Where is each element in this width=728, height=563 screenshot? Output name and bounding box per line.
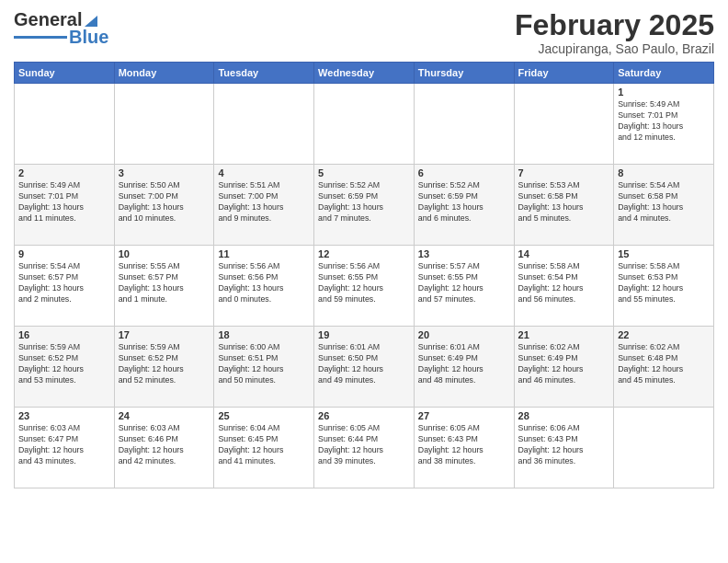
day-info: Sunrise: 5:53 AMSunset: 6:58 PMDaylight:… — [518, 180, 610, 224]
table-row: 6Sunrise: 5:52 AMSunset: 6:59 PMDaylight… — [414, 165, 514, 246]
day-number: 13 — [418, 248, 510, 259]
table-row: 1Sunrise: 5:49 AMSunset: 7:01 PMDaylight… — [614, 84, 714, 165]
table-row: 4Sunrise: 5:51 AMSunset: 7:00 PMDaylight… — [214, 165, 314, 246]
svg-marker-0 — [85, 16, 97, 27]
logo-blue: Blue — [69, 27, 108, 48]
day-info: Sunrise: 6:05 AMSunset: 6:44 PMDaylight:… — [318, 423, 410, 467]
day-number: 26 — [318, 410, 410, 421]
table-row — [114, 84, 214, 165]
day-info: Sunrise: 5:54 AMSunset: 6:58 PMDaylight:… — [618, 180, 710, 224]
day-info: Sunrise: 5:54 AMSunset: 6:57 PMDaylight:… — [18, 261, 110, 305]
table-row: 27Sunrise: 6:05 AMSunset: 6:43 PMDayligh… — [414, 408, 514, 488]
day-number: 3 — [119, 167, 210, 178]
col-friday: Friday — [514, 63, 614, 84]
table-row — [314, 84, 415, 165]
title-block: February 2025 Jacupiranga, Sao Paulo, Br… — [515, 9, 714, 56]
day-number: 21 — [518, 329, 610, 340]
day-number: 1 — [618, 86, 710, 98]
table-row: 12Sunrise: 5:56 AMSunset: 6:55 PMDayligh… — [314, 246, 415, 327]
day-info: Sunrise: 6:03 AMSunset: 6:46 PMDaylight:… — [119, 423, 210, 467]
table-row: 17Sunrise: 5:59 AMSunset: 6:52 PMDayligh… — [114, 327, 214, 408]
day-number: 25 — [218, 410, 310, 421]
day-number: 7 — [518, 167, 610, 178]
table-row: 16Sunrise: 5:59 AMSunset: 6:52 PMDayligh… — [15, 327, 115, 408]
col-wednesday: Wednesday — [314, 63, 415, 84]
table-row: 23Sunrise: 6:03 AMSunset: 6:47 PMDayligh… — [15, 408, 115, 488]
table-row: 19Sunrise: 6:01 AMSunset: 6:50 PMDayligh… — [314, 327, 415, 408]
logo: General Blue — [14, 9, 108, 48]
day-number: 24 — [119, 410, 210, 421]
col-sunday: Sunday — [15, 63, 115, 84]
day-number: 8 — [618, 167, 710, 178]
day-number: 2 — [18, 167, 110, 178]
header: General Blue February 2025 Jacupiranga, … — [14, 9, 714, 56]
table-row: 24Sunrise: 6:03 AMSunset: 6:46 PMDayligh… — [114, 408, 214, 488]
logo-triangle-icon — [83, 12, 99, 29]
page: General Blue February 2025 Jacupiranga, … — [0, 0, 728, 563]
day-number: 18 — [218, 329, 310, 340]
table-row — [214, 84, 314, 165]
day-info: Sunrise: 5:55 AMSunset: 6:57 PMDaylight:… — [119, 261, 210, 305]
day-info: Sunrise: 6:01 AMSunset: 6:50 PMDaylight:… — [318, 342, 410, 386]
table-row: 25Sunrise: 6:04 AMSunset: 6:45 PMDayligh… — [214, 408, 314, 488]
table-row: 2Sunrise: 5:49 AMSunset: 7:01 PMDaylight… — [15, 165, 115, 246]
table-row: 20Sunrise: 6:01 AMSunset: 6:49 PMDayligh… — [414, 327, 514, 408]
day-info: Sunrise: 5:52 AMSunset: 6:59 PMDaylight:… — [318, 180, 410, 224]
table-row: 9Sunrise: 5:54 AMSunset: 6:57 PMDaylight… — [15, 246, 115, 327]
day-number: 22 — [618, 329, 710, 340]
table-row — [15, 84, 115, 165]
day-number: 23 — [18, 410, 110, 421]
table-row — [514, 84, 614, 165]
day-info: Sunrise: 6:04 AMSunset: 6:45 PMDaylight:… — [218, 423, 310, 467]
day-number: 20 — [418, 329, 510, 340]
col-thursday: Thursday — [414, 63, 514, 84]
day-info: Sunrise: 5:50 AMSunset: 7:00 PMDaylight:… — [119, 180, 210, 224]
day-info: Sunrise: 5:51 AMSunset: 7:00 PMDaylight:… — [218, 180, 310, 224]
table-row: 8Sunrise: 5:54 AMSunset: 6:58 PMDaylight… — [614, 165, 714, 246]
day-info: Sunrise: 5:59 AMSunset: 6:52 PMDaylight:… — [18, 342, 110, 386]
day-number: 27 — [418, 410, 510, 421]
day-number: 19 — [318, 329, 410, 340]
day-info: Sunrise: 5:58 AMSunset: 6:53 PMDaylight:… — [618, 261, 710, 305]
table-row: 21Sunrise: 6:02 AMSunset: 6:49 PMDayligh… — [514, 327, 614, 408]
day-info: Sunrise: 6:01 AMSunset: 6:49 PMDaylight:… — [418, 342, 510, 386]
col-monday: Monday — [114, 63, 214, 84]
table-row: 14Sunrise: 5:58 AMSunset: 6:54 PMDayligh… — [514, 246, 614, 327]
table-row: 13Sunrise: 5:57 AMSunset: 6:55 PMDayligh… — [414, 246, 514, 327]
table-row: 3Sunrise: 5:50 AMSunset: 7:00 PMDaylight… — [114, 165, 214, 246]
table-row: 7Sunrise: 5:53 AMSunset: 6:58 PMDaylight… — [514, 165, 614, 246]
day-info: Sunrise: 5:49 AMSunset: 7:01 PMDaylight:… — [618, 99, 710, 144]
day-info: Sunrise: 6:00 AMSunset: 6:51 PMDaylight:… — [218, 342, 310, 386]
calendar: Sunday Monday Tuesday Wednesday Thursday… — [14, 62, 714, 488]
day-info: Sunrise: 6:05 AMSunset: 6:43 PMDaylight:… — [418, 423, 510, 467]
location: Jacupiranga, Sao Paulo, Brazil — [515, 41, 714, 56]
day-info: Sunrise: 6:02 AMSunset: 6:48 PMDaylight:… — [618, 342, 710, 386]
day-number: 16 — [18, 329, 110, 340]
day-info: Sunrise: 5:59 AMSunset: 6:52 PMDaylight:… — [119, 342, 210, 386]
calendar-header-row: Sunday Monday Tuesday Wednesday Thursday… — [15, 63, 714, 84]
day-number: 14 — [518, 248, 610, 259]
day-number: 10 — [119, 248, 210, 259]
table-row — [614, 408, 714, 488]
month-title: February 2025 — [515, 9, 714, 41]
day-number: 17 — [119, 329, 210, 340]
day-number: 12 — [318, 248, 410, 259]
day-info: Sunrise: 5:57 AMSunset: 6:55 PMDaylight:… — [418, 261, 510, 305]
day-number: 5 — [318, 167, 410, 178]
table-row: 28Sunrise: 6:06 AMSunset: 6:43 PMDayligh… — [514, 408, 614, 488]
day-number: 9 — [18, 248, 110, 259]
day-info: Sunrise: 6:06 AMSunset: 6:43 PMDaylight:… — [518, 423, 610, 467]
day-number: 28 — [518, 410, 610, 421]
col-saturday: Saturday — [614, 63, 714, 84]
day-number: 11 — [218, 248, 310, 259]
day-info: Sunrise: 5:56 AMSunset: 6:56 PMDaylight:… — [218, 261, 310, 305]
day-number: 15 — [618, 248, 710, 259]
day-info: Sunrise: 5:58 AMSunset: 6:54 PMDaylight:… — [518, 261, 610, 305]
day-info: Sunrise: 6:02 AMSunset: 6:49 PMDaylight:… — [518, 342, 610, 386]
table-row: 10Sunrise: 5:55 AMSunset: 6:57 PMDayligh… — [114, 246, 214, 327]
col-tuesday: Tuesday — [214, 63, 314, 84]
day-info: Sunrise: 5:56 AMSunset: 6:55 PMDaylight:… — [318, 261, 410, 305]
table-row: 26Sunrise: 6:05 AMSunset: 6:44 PMDayligh… — [314, 408, 415, 488]
day-number: 4 — [218, 167, 310, 178]
day-info: Sunrise: 5:49 AMSunset: 7:01 PMDaylight:… — [18, 180, 110, 224]
